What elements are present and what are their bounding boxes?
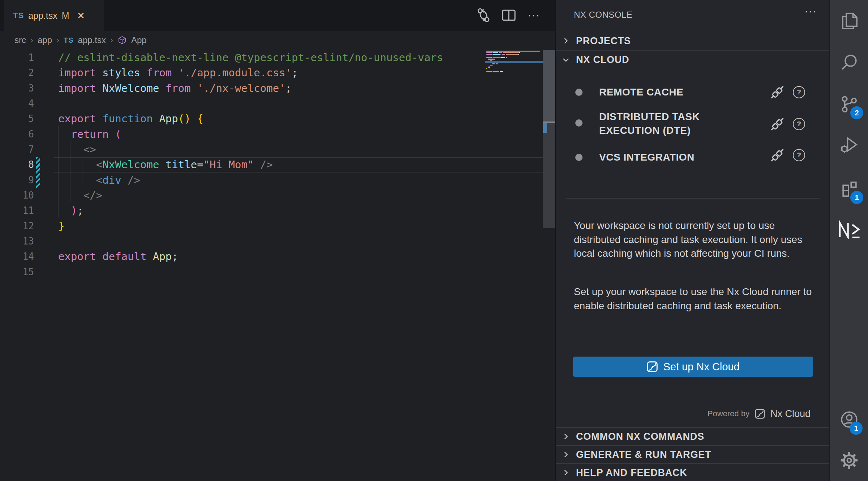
bottom-sections: COMMON NX COMMANDS GENERATE & RUN TARGET… (556, 427, 829, 481)
code-line[interactable]: 15 (0, 264, 543, 280)
more-actions-icon[interactable]: ⋯ (526, 7, 542, 23)
code-line[interactable]: 5export function App() { (0, 111, 543, 126)
help-icon[interactable]: ? (793, 118, 805, 130)
divider (566, 198, 820, 199)
code-line[interactable]: 6 return ( (0, 127, 543, 142)
vscode-window: TS app.tsx M ✕ (0, 0, 868, 481)
section-nx-cloud[interactable]: NX CLOUD (556, 51, 829, 69)
feature-row-remote-cache: REMOTE CACHE ? (556, 82, 829, 102)
chevron-right-icon (561, 431, 571, 442)
more-actions-icon[interactable]: ⋯ (804, 5, 818, 17)
section-common-nx-commands[interactable]: COMMON NX COMMANDS (556, 427, 829, 445)
setup-nx-cloud-button[interactable]: Set up Nx Cloud (573, 357, 813, 377)
breadcrumb: src › app › TS app.tsx › App (0, 31, 555, 49)
open-changes-icon[interactable] (476, 7, 491, 23)
scrollbar-slider[interactable] (543, 50, 555, 122)
symbol-class-icon (117, 35, 127, 45)
connect-plug-icon[interactable] (770, 116, 785, 132)
line-number: 2 (0, 67, 34, 78)
workspace-status-text: Your workspace is not currently set up t… (574, 219, 818, 261)
breadcrumb-src[interactable]: src (14, 35, 26, 45)
help-icon[interactable]: ? (793, 86, 805, 98)
line-number: 5 (0, 113, 34, 124)
help-icon[interactable]: ? (793, 149, 805, 161)
code-line[interactable]: 4 (0, 96, 543, 111)
code-line[interactable]: 3import NxWelcome from './nx-welcome'; (0, 81, 543, 96)
nx-console-panel: NX CONSOLE ⋯ PROJECTS NX CLOUD REMOTE CA… (555, 0, 829, 481)
accounts-icon[interactable]: 1 (830, 401, 868, 438)
feature-row-vcs: VCS INTEGRATION ? (556, 148, 829, 167)
feature-label: VCS INTEGRATION (599, 150, 755, 164)
feature-row-dte: DISTRIBUTED TASK EXECUTION (DTE) ? (556, 108, 829, 143)
indent-guide (82, 156, 82, 187)
scrollbar-track[interactable] (543, 123, 555, 228)
extensions-icon[interactable]: 1 (830, 171, 868, 207)
line-number: 6 (0, 129, 34, 140)
feature-label: REMOTE CACHE (599, 85, 755, 99)
powered-by-brand: Nx Cloud (770, 408, 811, 420)
chevron-right-icon (561, 468, 571, 478)
section-label: COMMON NX COMMANDS (576, 431, 704, 442)
code-line[interactable]: 10 </> (0, 188, 543, 203)
breadcrumb-app[interactable]: app (38, 35, 52, 45)
code-line[interactable]: 14export default App; (0, 249, 543, 264)
setup-button-label: Set up Nx Cloud (663, 361, 739, 373)
code-line[interactable]: 12} (0, 218, 543, 234)
tab-bar: TS app.tsx M ✕ (0, 0, 555, 31)
breadcrumb-file[interactable]: app.tsx (78, 35, 106, 45)
overview-ruler-modified-marker (543, 123, 547, 133)
activity-bar: 2 1 (829, 0, 868, 481)
editor-actions: ⋯ (476, 7, 542, 23)
source-control-badge: 2 (850, 106, 863, 119)
indent-guide (70, 141, 70, 202)
line-number: 1 (0, 52, 34, 63)
connect-plug-icon[interactable] (770, 148, 785, 163)
line-number: 13 (0, 236, 34, 247)
breadcrumb-separator: › (110, 35, 113, 45)
code-line[interactable]: 7 <> (0, 142, 543, 157)
settings-gear-icon[interactable] (830, 442, 868, 478)
minimap-current-line-highlight (485, 61, 543, 63)
tab-app-tsx[interactable]: TS app.tsx M ✕ (4, 0, 104, 31)
source-control-icon[interactable]: 2 (830, 86, 868, 122)
connect-plug-icon[interactable] (770, 85, 785, 100)
status-dot-icon (575, 119, 583, 127)
setup-instructions-text: Set up your workspace to use the Nx Clou… (574, 285, 818, 313)
section-help-and-feedback[interactable]: HELP AND FEEDBACK (556, 463, 829, 481)
section-label: HELP AND FEEDBACK (576, 467, 687, 478)
run-debug-icon[interactable] (830, 127, 868, 163)
explorer-icon[interactable] (830, 3, 868, 39)
code-line[interactable]: 13 (0, 234, 543, 249)
line-number: 7 (0, 144, 34, 155)
status-dot-icon (575, 89, 583, 96)
powered-by-label: Powered by (708, 409, 749, 418)
status-dot-icon (575, 154, 583, 161)
line-number: 11 (0, 205, 34, 216)
indent-guide (58, 125, 59, 217)
close-tab-icon[interactable]: ✕ (77, 10, 85, 21)
line-number: 12 (0, 221, 34, 231)
breadcrumb-separator: › (56, 35, 59, 45)
section-projects[interactable]: PROJECTS (556, 32, 829, 50)
line-number: 3 (0, 83, 34, 94)
section-generate-run-target[interactable]: GENERATE & RUN TARGET (556, 445, 829, 463)
line-number: 14 (0, 251, 34, 262)
gutter-modified-indicator (36, 157, 40, 188)
breadcrumb-symbol[interactable]: App (131, 35, 147, 45)
typescript-file-icon: TS (64, 36, 74, 44)
breadcrumb-separator: › (30, 35, 33, 45)
code-line[interactable]: 2import styles from './app.module.css'; (0, 65, 543, 80)
section-label: PROJECTS (576, 35, 631, 47)
code-line[interactable]: 1// eslint-disable-next-line @typescript… (0, 50, 543, 65)
split-editor-icon[interactable] (501, 7, 517, 23)
panel-title: NX CONSOLE (574, 10, 632, 20)
editor-region: TS app.tsx M ✕ (0, 0, 555, 481)
nx-cloud-logo-icon (755, 408, 765, 419)
modified-badge: M (62, 10, 69, 21)
code-line[interactable]: 11 ); (0, 203, 543, 218)
line-number: 10 (0, 190, 34, 201)
search-icon[interactable] (830, 44, 868, 80)
nx-console-icon[interactable] (830, 212, 868, 248)
line-number: 8 (0, 159, 34, 170)
chevron-right-icon (561, 450, 571, 460)
